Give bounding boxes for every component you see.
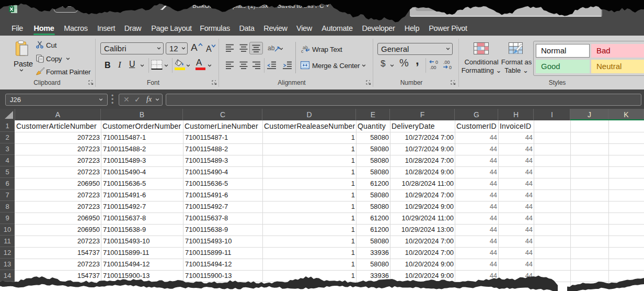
svg-text:c: c bbox=[301, 49, 304, 53]
svg-text:.00: .00 bbox=[443, 60, 450, 65]
svg-text:0: 0 bbox=[435, 60, 438, 65]
svg-text:0: 0 bbox=[449, 65, 452, 70]
svg-text:ab: ab bbox=[268, 44, 275, 52]
svg-text:.00: .00 bbox=[430, 65, 436, 70]
